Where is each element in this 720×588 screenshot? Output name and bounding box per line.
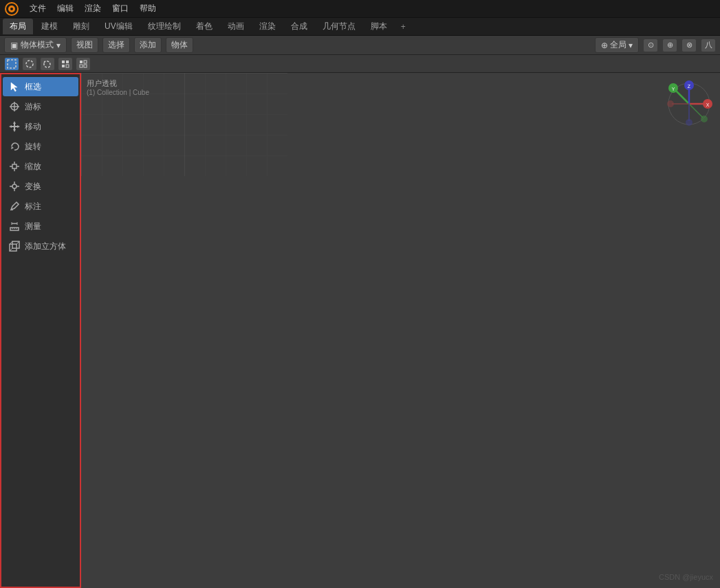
tool-cursor[interactable]: 游标 — [3, 97, 78, 116]
tab-texture-paint[interactable]: 纹理绘制 — [141, 19, 188, 34]
tab-layout[interactable]: 布局 — [3, 19, 33, 34]
svg-point-83 — [667, 100, 674, 107]
header-bar: ▣ 物体模式 ▾ 视图 选择 添加 物体 ⊕ 全局 ▾ ⊙ ⊕ ⊗ 八 — [0, 36, 720, 55]
menu-help[interactable]: 帮助 — [135, 1, 161, 16]
svg-point-85 — [701, 116, 708, 122]
tool-scale[interactable]: 缩放 — [3, 157, 78, 176]
tool-transform-label: 变换 — [25, 181, 41, 193]
svg-rect-8 — [66, 65, 69, 67]
annotate-icon — [8, 200, 21, 213]
svg-marker-20 — [13, 129, 16, 132]
svg-marker-23 — [11, 146, 14, 149]
viewport[interactable]: 用户透视 (1) Collection | Cube X Y Z — [81, 73, 720, 588]
select-circle-icon[interactable] — [22, 57, 37, 71]
menu-window[interactable]: 窗口 — [107, 1, 133, 16]
menu-edit[interactable]: 编辑 — [52, 1, 78, 16]
svg-marker-22 — [17, 125, 20, 128]
tab-add-button[interactable]: + — [395, 20, 411, 34]
svg-rect-6 — [66, 61, 69, 63]
svg-marker-19 — [13, 121, 16, 124]
tool-rotate-label: 旋转 — [25, 141, 41, 153]
scale-icon — [8, 160, 21, 173]
mode-label: 物体模式 — [21, 39, 54, 51]
select-icon — [8, 80, 21, 93]
select-box-icon[interactable] — [4, 57, 19, 71]
svg-marker-13 — [11, 83, 17, 91]
rotate-icon — [8, 140, 21, 153]
add-btn[interactable]: 添加 — [134, 37, 162, 53]
svg-rect-7 — [62, 65, 65, 67]
measure-icon — [8, 220, 21, 232]
svg-text:Y: Y — [672, 87, 675, 91]
icon-5[interactable] — [76, 57, 91, 71]
main-area: 框选 游标 — [0, 73, 720, 588]
proportional-btn[interactable]: ⊕ — [662, 39, 677, 52]
svg-rect-11 — [80, 65, 83, 67]
tool-select-label: 框选 — [25, 81, 41, 93]
svg-rect-9 — [80, 61, 83, 63]
tool-select[interactable]: 框选 — [3, 77, 78, 96]
svg-point-4 — [26, 61, 33, 67]
tool-rotate[interactable]: 旋转 — [3, 137, 78, 156]
svg-text:Z: Z — [688, 84, 691, 89]
tool-measure-label: 测量 — [25, 221, 41, 232]
global-selector[interactable]: ⊕ 全局 ▾ — [595, 37, 639, 53]
transform-icon — [8, 180, 21, 193]
select-btn[interactable]: 选择 — [102, 37, 130, 53]
svg-rect-24 — [12, 164, 17, 168]
tool-transform[interactable]: 变换 — [3, 177, 78, 196]
tab-rendering[interactable]: 渲染 — [252, 19, 283, 34]
icon-4[interactable] — [58, 57, 73, 71]
snap-btn[interactable]: ⊙ — [643, 39, 658, 52]
tool-cursor-label: 游标 — [25, 101, 41, 113]
mode-dropdown-icon: ▾ — [56, 41, 61, 50]
tool-add-cube[interactable]: 添加立方体 — [3, 237, 78, 256]
tool-move-label: 移动 — [25, 121, 41, 133]
watermark: CSDN @jieyucx — [659, 573, 713, 581]
tool-annotate[interactable]: 标注 — [3, 197, 78, 216]
icon-toolbar — [0, 55, 720, 73]
tab-shading[interactable]: 着色 — [189, 19, 219, 34]
mode-selector[interactable]: ▣ 物体模式 ▾ — [4, 37, 67, 53]
svg-rect-3 — [8, 60, 16, 68]
svg-point-29 — [12, 184, 17, 188]
tab-uv-editing[interactable]: UV编辑 — [98, 19, 140, 34]
menu-file[interactable]: 文件 — [25, 1, 51, 16]
add-cube-icon — [8, 240, 21, 252]
tab-animation[interactable]: 动画 — [221, 19, 251, 34]
view-btn[interactable]: 视图 — [71, 37, 98, 53]
num-btn[interactable]: 八 — [701, 39, 716, 52]
tab-compositing[interactable]: 合成 — [284, 19, 314, 34]
tool-add-cube-label: 添加立方体 — [25, 241, 66, 252]
svg-point-2 — [10, 8, 13, 10]
tool-scale-label: 缩放 — [25, 161, 41, 173]
tab-modeling[interactable]: 建模 — [34, 19, 65, 34]
tool-measure[interactable]: 测量 — [3, 217, 78, 236]
nav-gizmo[interactable]: X Y Z — [665, 80, 713, 128]
tool-move[interactable]: 移动 — [3, 117, 78, 136]
svg-text:X: X — [706, 102, 710, 107]
mode-icon: ▣ — [10, 41, 18, 50]
tool-annotate-label: 标注 — [25, 201, 41, 213]
global-dropdown-icon: ▾ — [629, 41, 633, 50]
select-lasso-icon[interactable] — [40, 57, 55, 71]
cursor-icon — [8, 100, 21, 113]
workspace-tabs: 布局 建模 雕刻 UV编辑 纹理绘制 着色 动画 渲染 合成 几何节点 脚本 + — [0, 18, 720, 36]
object-btn[interactable]: 物体 — [166, 37, 193, 53]
app-logo — [4, 1, 19, 17]
top-menu-bar: 文件 编辑 渲染 窗口 帮助 — [0, 0, 720, 18]
tab-sculpting[interactable]: 雕刻 — [66, 19, 96, 34]
global-label: 全局 — [610, 39, 626, 51]
svg-rect-12 — [84, 65, 87, 67]
global-icon: ⊕ — [601, 41, 608, 50]
tab-geometry-nodes[interactable]: 几何节点 — [316, 19, 362, 34]
left-toolbar: 框选 游标 — [0, 73, 81, 588]
pivot-btn[interactable]: ⊗ — [681, 39, 697, 52]
svg-rect-5 — [62, 61, 65, 63]
svg-rect-48 — [81, 73, 287, 176]
tab-scripting[interactable]: 脚本 — [364, 19, 394, 34]
viewport-grid — [81, 73, 287, 176]
svg-marker-21 — [9, 125, 12, 128]
menu-render[interactable]: 渲染 — [80, 1, 106, 16]
svg-rect-10 — [84, 61, 87, 63]
